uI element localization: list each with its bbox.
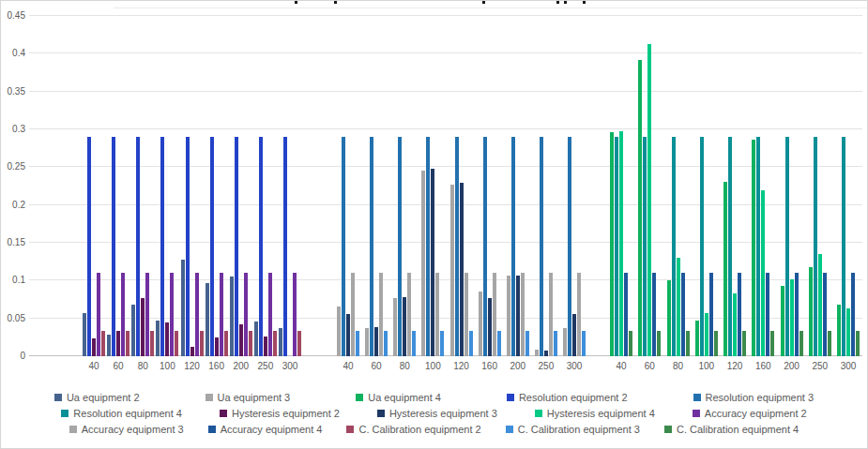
bar-Ua-equipment-2 [279, 328, 282, 356]
bar-Hysteresis-equipment-4 [619, 131, 623, 356]
bar-Hysteresis-equipment-4 [705, 313, 708, 356]
x-axis-category-label: 60 [372, 361, 382, 371]
bar-cluster: 100 [695, 16, 718, 356]
bar-Ua-equipment-2 [83, 313, 86, 356]
bar-cluster: 100 [156, 16, 178, 356]
y-axis-tick-label: 0.2 [1, 200, 25, 211]
bar-Accuracy-equipment-2 [170, 273, 174, 356]
bar-C.-Calibration-equipment-2 [273, 331, 277, 356]
legend-label: Accuracy equipment 3 [82, 424, 184, 435]
bar-C.-Calibration-equipment-3 [356, 331, 359, 356]
bar-Ua-equipment-3 [479, 292, 482, 356]
bar-Resolution-equipment-4 [785, 137, 789, 356]
bar-Resolution-equipment-2 [235, 137, 238, 356]
bar-Accuracy-equipment-4 [738, 273, 741, 356]
bar-Hysteresis-equipment-4 [761, 190, 765, 356]
bar-Ua-equipment-3 [450, 185, 454, 356]
bar-Resolution-equipment-2 [160, 137, 164, 356]
bar-Accuracy-equipment-3 [577, 273, 581, 356]
bar-Resolution-equipment-2 [283, 137, 287, 356]
bar-Hysteresis-equipment-4 [647, 44, 651, 356]
bar-C.-Calibration-equipment-2 [126, 331, 129, 356]
legend-item-Ua-equipment-2: Ua equipment 2 [54, 392, 140, 403]
x-axis-category-label: 100 [425, 361, 441, 371]
legend-item-Resolution-equipment-3: Resolution equipment 3 [693, 392, 815, 403]
legend-swatch-icon [61, 410, 69, 417]
legend-item-Ua-equipment-3: Ua equipment 3 [206, 392, 291, 403]
bar-C.-Calibration-equipment-3 [554, 331, 557, 356]
x-axis-category-label: 120 [453, 361, 469, 371]
bar-group-equipment-3: 406080100120160200250300 [337, 16, 586, 356]
bar-Accuracy-equipment-2 [195, 273, 199, 356]
bar-cluster: 60 [365, 16, 388, 356]
bar-Resolution-equipment-3 [342, 137, 345, 356]
bar-Resolution-equipment-3 [370, 137, 373, 356]
legend-swatch-icon [206, 394, 213, 401]
x-axis-category-label: 250 [258, 361, 274, 371]
legend-swatch-icon [54, 394, 62, 401]
legend-swatch-icon [356, 394, 363, 401]
bar-cluster: 120 [181, 16, 204, 356]
legend-label: C. Calibration equipment 4 [677, 424, 799, 435]
excel-bar-chart[interactable]: 00.050.10.150.20.250.30.350.40.45 406080… [0, 0, 868, 449]
bar-Accuracy-equipment-4 [681, 273, 685, 356]
bar-Accuracy-equipment-2 [293, 273, 297, 356]
bar-cluster: 300 [563, 16, 586, 356]
x-axis-category-label: 160 [755, 361, 771, 371]
bar-Accuracy-equipment-4 [766, 273, 769, 356]
bar-Ua-equipment-2 [181, 260, 185, 356]
bar-Ua-equipment-3 [393, 298, 397, 356]
bar-Hysteresis-equipment-2 [165, 322, 169, 356]
bar-cluster: 200 [230, 16, 252, 356]
legend-label: Accuracy equipment 2 [705, 408, 807, 419]
bar-Hysteresis-equipment-3 [516, 276, 520, 356]
cropped-title-glyph-fragment [334, 1, 337, 4]
bar-Hysteresis-equipment-3 [488, 298, 492, 356]
bar-Ua-equipment-2 [230, 277, 234, 357]
bar-cluster: 80 [131, 16, 154, 356]
legend-item-Ua-equipment-4: Ua equipment 4 [356, 392, 441, 403]
bar-C.-Calibration-equipment-3 [384, 331, 388, 356]
y-axis-tick-label: 0.4 [1, 48, 25, 59]
bar-Accuracy-equipment-3 [493, 273, 496, 356]
bar-Resolution-equipment-4 [700, 137, 704, 356]
bar-C.-Calibration-equipment-2 [224, 331, 228, 356]
legend-label: Hysteresis equipment 3 [389, 408, 497, 419]
legend-label: Hysteresis equipment 4 [547, 408, 655, 419]
bar-Hysteresis-equipment-3 [403, 297, 406, 356]
bar-cluster: 40 [337, 16, 359, 356]
bar-Accuracy-equipment-3 [351, 273, 355, 356]
legend-item-C.-Calibration-equipment-4: C. Calibration equipment 4 [664, 424, 799, 435]
bar-Hysteresis-equipment-3 [346, 314, 350, 356]
legend-swatch-icon [208, 426, 216, 433]
bar-Hysteresis-equipment-3 [374, 327, 378, 356]
bar-C.-Calibration-equipment-4 [714, 331, 718, 356]
bar-Accuracy-equipment-3 [435, 273, 439, 356]
bar-Resolution-equipment-3 [568, 137, 571, 356]
legend-item-C.-Calibration-equipment-3: C. Calibration equipment 3 [506, 424, 640, 435]
bar-cluster: 40 [610, 16, 632, 356]
bar-cluster: 60 [638, 16, 661, 356]
bar-group-equipment-4: 406080100120160200250300 [610, 16, 860, 356]
legend-swatch-icon [220, 410, 227, 417]
legend-item-Hysteresis-equipment-3: Hysteresis equipment 3 [377, 408, 497, 419]
x-axis-category-label: 40 [343, 361, 353, 371]
bar-Resolution-equipment-2 [210, 137, 214, 356]
bar-Resolution-equipment-4 [728, 137, 732, 356]
bar-Accuracy-equipment-2 [97, 273, 100, 356]
bar-cluster: 200 [507, 16, 529, 356]
bar-Resolution-equipment-2 [87, 137, 91, 356]
bar-Resolution-equipment-2 [136, 137, 140, 356]
x-axis-category-label: 80 [400, 361, 410, 371]
bar-Ua-equipment-4 [610, 132, 614, 356]
legend-item-Hysteresis-equipment-4: Hysteresis equipment 4 [535, 408, 655, 419]
y-axis-tick-label: 0.25 [1, 161, 25, 172]
bar-Ua-equipment-2 [206, 283, 209, 356]
legend-item-Resolution-equipment-4: Resolution equipment 4 [61, 408, 182, 419]
legend-label: Ua equipment 3 [218, 392, 291, 403]
x-axis-category-label: 120 [727, 361, 743, 371]
bar-cluster: 40 [83, 16, 105, 356]
bar-C.-Calibration-equipment-3 [525, 331, 529, 356]
y-axis-tick-label: 0 [1, 351, 25, 362]
bar-C.-Calibration-equipment-2 [175, 331, 178, 356]
